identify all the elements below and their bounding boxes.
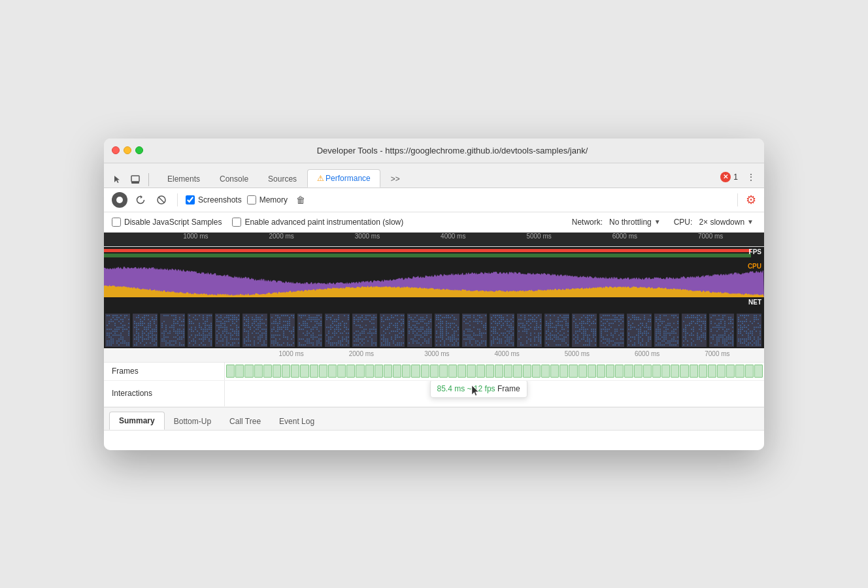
frame-block[interactable] — [226, 365, 235, 378]
frame-block[interactable] — [384, 365, 392, 378]
frame-block[interactable] — [615, 365, 624, 378]
maximize-button[interactable] — [135, 146, 143, 154]
svg-rect-1 — [131, 182, 139, 184]
frame-block[interactable] — [523, 365, 531, 378]
frame-block[interactable] — [448, 365, 457, 378]
frame-block[interactable] — [375, 365, 383, 378]
frame-block[interactable] — [550, 365, 559, 378]
frame-block[interactable] — [402, 365, 410, 378]
frame-block[interactable] — [235, 365, 244, 378]
frame-block[interactable] — [486, 365, 494, 378]
frame-block[interactable] — [634, 365, 643, 378]
tab-event-log[interactable]: Event Log — [270, 413, 324, 430]
frame-block[interactable] — [291, 365, 299, 378]
frame-block[interactable] — [504, 365, 512, 378]
tl-mark-3: 3000 ms — [424, 350, 449, 357]
frame-block[interactable] — [273, 365, 281, 378]
clear-recordings-button[interactable]: 🗑 — [293, 192, 309, 208]
frame-block[interactable] — [458, 365, 466, 378]
tl-mark-4: 4000 ms — [495, 350, 520, 357]
cursor-tool-button[interactable] — [109, 172, 125, 188]
minimize-button[interactable] — [124, 146, 131, 154]
tab-performance[interactable]: ⚠Performance — [307, 169, 380, 188]
frame-block[interactable] — [254, 365, 263, 378]
overview-panel[interactable]: FPS CPU NET — [104, 247, 764, 312]
screenshots-toggle[interactable]: Screenshots — [186, 195, 242, 204]
more-options-button[interactable]: ⋮ — [743, 169, 759, 185]
frame-block[interactable] — [745, 365, 754, 378]
fps-label: FPS — [749, 248, 761, 255]
record-button[interactable] — [112, 192, 127, 208]
frame-block[interactable] — [467, 365, 475, 378]
memory-toggle[interactable]: Memory — [247, 195, 288, 204]
devtools-window: Developer Tools - https://googlechrome.g… — [104, 139, 764, 450]
frame-block[interactable] — [421, 365, 429, 378]
frame-block[interactable] — [717, 365, 726, 378]
frame-block[interactable] — [597, 365, 605, 378]
frame-block[interactable] — [606, 365, 614, 378]
frame-block[interactable] — [532, 365, 541, 378]
reload-profile-button[interactable] — [133, 192, 148, 208]
frame-block[interactable] — [578, 365, 587, 378]
frame-block[interactable] — [754, 365, 763, 378]
frame-block[interactable] — [300, 365, 309, 378]
close-button[interactable] — [112, 146, 120, 154]
screenshots-checkbox[interactable] — [186, 195, 195, 204]
frame-block[interactable] — [699, 365, 707, 378]
tab-elements[interactable]: Elements — [158, 171, 209, 188]
frame-block[interactable] — [282, 365, 290, 378]
options-right: Network: No throttling ▼ CPU: 2× slowdow… — [572, 216, 756, 228]
frame-block[interactable] — [365, 365, 374, 378]
disable-js-toggle[interactable]: Disable JavaScript Samples — [112, 218, 222, 227]
tab-summary[interactable]: Summary — [109, 412, 165, 430]
screenshots-canvas — [104, 312, 764, 348]
frame-block[interactable] — [476, 365, 485, 378]
overview-ruler: 1000 ms 2000 ms 3000 ms 4000 ms 5000 ms … — [104, 233, 764, 247]
frame-block[interactable] — [559, 365, 568, 378]
frame-block[interactable] — [643, 365, 652, 378]
frame-block[interactable] — [652, 365, 661, 378]
frame-block[interactable] — [726, 365, 735, 378]
frame-block[interactable] — [356, 365, 364, 378]
tab-call-tree[interactable]: Call Tree — [220, 413, 270, 430]
advanced-paint-toggle[interactable]: Enable advanced paint instrumentation (s… — [232, 218, 403, 227]
memory-checkbox[interactable] — [247, 195, 256, 204]
frame-block[interactable] — [661, 365, 670, 378]
frame-block[interactable] — [393, 365, 401, 378]
cpu-label: CPU — [748, 263, 761, 270]
advanced-paint-checkbox[interactable] — [232, 218, 241, 227]
cpu-dropdown[interactable]: 2× slowdown ▼ — [696, 216, 756, 228]
frame-block[interactable] — [430, 365, 439, 378]
frames-content[interactable] — [225, 363, 764, 380]
frame-block[interactable] — [569, 365, 577, 378]
frame-block[interactable] — [319, 365, 327, 378]
tab-bottom-up[interactable]: Bottom-Up — [165, 413, 220, 430]
frame-block[interactable] — [328, 365, 337, 378]
frame-block[interactable] — [495, 365, 503, 378]
frame-block[interactable] — [337, 365, 346, 378]
dock-button[interactable] — [127, 172, 143, 188]
tab-sources[interactable]: Sources — [259, 171, 306, 188]
clear-button[interactable] — [154, 192, 169, 208]
frame-block[interactable] — [735, 365, 744, 378]
settings-button[interactable]: ⚙ — [746, 193, 756, 207]
frame-block[interactable] — [310, 365, 318, 378]
frame-block[interactable] — [624, 365, 633, 378]
frame-block[interactable] — [346, 365, 355, 378]
tab-more[interactable]: >> — [382, 171, 409, 188]
frame-block[interactable] — [588, 365, 596, 378]
disable-js-checkbox[interactable] — [112, 218, 121, 227]
frame-block[interactable] — [708, 365, 716, 378]
interactions-content[interactable]: 85.4 ms ~ 12 fps Frame — [225, 381, 764, 406]
frame-block[interactable] — [439, 365, 448, 378]
tab-console[interactable]: Console — [210, 171, 258, 188]
frame-block[interactable] — [680, 365, 688, 378]
frame-block[interactable] — [513, 365, 522, 378]
frame-block[interactable] — [411, 365, 420, 378]
frame-block[interactable] — [671, 365, 679, 378]
frame-block[interactable] — [263, 365, 272, 378]
frame-block[interactable] — [690, 365, 698, 378]
frame-block[interactable] — [541, 365, 550, 378]
network-dropdown[interactable]: No throttling ▼ — [607, 216, 663, 228]
frame-block[interactable] — [244, 365, 253, 378]
